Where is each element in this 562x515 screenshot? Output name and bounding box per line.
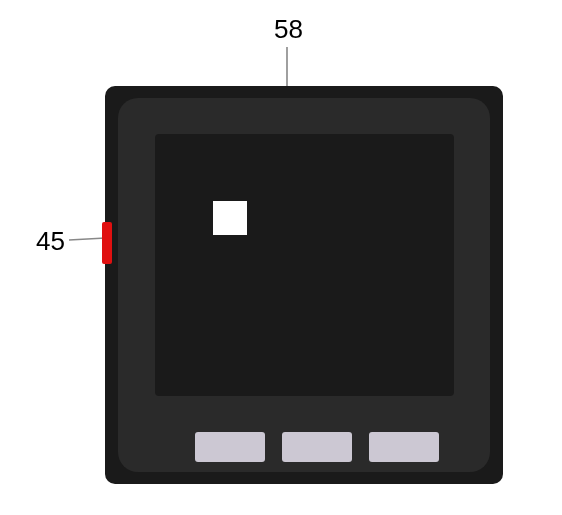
button-a[interactable] [195,432,265,462]
button-b[interactable] [282,432,352,462]
button-c[interactable] [369,432,439,462]
pixel-sprite [213,201,247,235]
side-led-icon [102,222,112,264]
device-screen[interactable] [155,134,454,396]
callout-x-value: 58 [274,16,303,42]
diagram-stage: 58 45 [0,0,562,515]
callout-y-value: 45 [36,228,65,254]
